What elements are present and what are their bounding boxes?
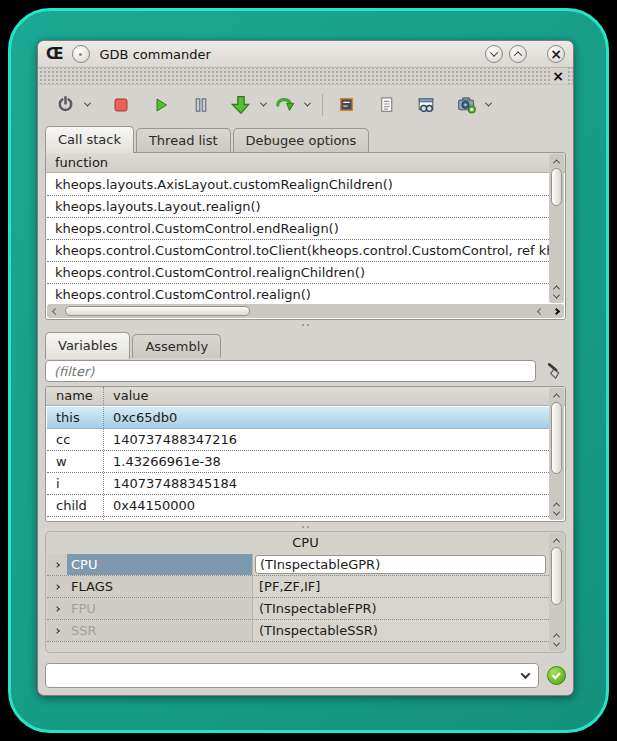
variable-row[interactable]: b 1.43266961e-38 (47, 517, 549, 521)
tab[interactable]: Assembly (132, 334, 221, 358)
window-title: GDB commander (98, 47, 477, 62)
variable-row[interactable]: cc 140737488347216 (47, 429, 549, 451)
register-value[interactable]: [PF,ZF,IF] (253, 576, 549, 597)
tab[interactable]: Debugee options (233, 128, 370, 152)
expander-icon[interactable] (47, 576, 67, 597)
tab-label: Debugee options (246, 133, 357, 148)
callstack-vertical-scrollbar[interactable] (549, 154, 564, 303)
expander-icon[interactable] (47, 620, 67, 641)
register-value[interactable]: (TInspectableFPR) (253, 598, 549, 619)
scroll-up-icon[interactable] (549, 533, 564, 547)
scroll-right-icon[interactable] (548, 309, 564, 314)
chevron-up-icon (514, 51, 522, 59)
scroll-left-icon[interactable] (532, 309, 548, 314)
variable-row[interactable]: child 0x44150000 (47, 495, 549, 517)
step-into-button[interactable] (228, 91, 254, 119)
scrollbar-thumb[interactable] (551, 168, 562, 206)
tab[interactable]: Thread list (136, 128, 231, 152)
pause-button[interactable] (188, 91, 214, 119)
source-list-button[interactable] (373, 91, 399, 119)
callstack-frame-row[interactable]: kheops.layouts.AxisLayout.customRealignC… (47, 174, 549, 196)
accept-button[interactable] (547, 666, 566, 685)
callstack-horizontal-scrollbar[interactable] (47, 304, 564, 318)
tab[interactable]: Call stack (45, 126, 134, 153)
watches-button[interactable] (413, 91, 439, 119)
callstack-column-header[interactable]: function (46, 153, 565, 173)
callstack-frame-row[interactable]: kheops.control.CustomControl.realignChil… (47, 262, 549, 284)
splitter-handle[interactable] (38, 522, 573, 531)
expander-icon[interactable] (47, 598, 67, 619)
expander-icon[interactable] (47, 554, 67, 575)
inspect-dropdown[interactable] (481, 91, 495, 119)
callstack-frame-row[interactable]: kheops.control.CustomControl.endRealign(… (47, 218, 549, 240)
tab-label: Call stack (58, 132, 121, 147)
callstack-panel: function kheops.layouts.AxisLayout.custo… (45, 152, 566, 320)
variable-value: 140737488345184 (104, 473, 549, 494)
scroll-down-icon[interactable] (554, 292, 559, 300)
clear-filter-button[interactable] (542, 359, 566, 383)
step-into-dropdown[interactable] (256, 91, 270, 119)
scrollbar-thumb[interactable] (551, 547, 562, 605)
inspect-button[interactable] (453, 91, 479, 119)
scroll-down-icon[interactable] (554, 640, 559, 648)
callstack-frame-row[interactable]: kheops.layouts.Layout.realign() (47, 196, 549, 218)
register-value[interactable]: (TInspectableGPR) (253, 554, 549, 575)
stop-icon (113, 97, 129, 113)
power-icon (57, 96, 74, 113)
command-input[interactable] (46, 664, 512, 687)
scrollbar-thumb[interactable] (65, 306, 250, 316)
chevron-down-icon (259, 100, 266, 107)
power-dropdown[interactable] (80, 91, 94, 119)
cpu-vertical-scrollbar[interactable] (549, 533, 564, 651)
combo-dropdown[interactable] (512, 664, 538, 687)
column-header-name[interactable]: name (46, 387, 104, 405)
scroll-up-icon[interactable] (549, 154, 564, 168)
register-name: FPU (67, 598, 253, 619)
screenshot-stage: Œ GDB commander × × (0, 0, 617, 741)
command-combobox[interactable] (45, 663, 539, 688)
variable-row[interactable]: w 1.43266961e-38 (47, 451, 549, 473)
scroll-left-icon[interactable] (47, 309, 63, 314)
register-value[interactable]: (TInspectableSSR) (253, 620, 549, 641)
scroll-up-icon[interactable] (549, 388, 564, 402)
variable-row[interactable]: this 0xc65db0 (47, 407, 549, 429)
splitter-handle[interactable] (38, 320, 573, 329)
rolldown-button[interactable] (485, 45, 503, 63)
dock-close-icon[interactable]: × (550, 68, 566, 84)
callstack-frame-row[interactable]: kheops.control.CustomControl.toClient(kh… (47, 240, 549, 262)
close-button[interactable]: × (547, 45, 565, 63)
step-over-button[interactable] (272, 91, 298, 119)
variable-name: b (47, 517, 104, 521)
run-button[interactable] (148, 91, 174, 119)
variable-value: 1.43266961e-38 (104, 517, 549, 521)
scrollbar-thumb[interactable] (551, 402, 562, 474)
scroll-up-icon[interactable] (554, 631, 559, 639)
rollup-button[interactable] (509, 45, 527, 63)
titlebar: Œ GDB commander × (38, 41, 573, 68)
scroll-down-icon[interactable] (554, 509, 559, 517)
disassembly-button[interactable] (333, 91, 359, 119)
variables-vertical-scrollbar[interactable] (549, 388, 564, 520)
stop-button[interactable] (108, 91, 134, 119)
menu-dot-icon (79, 53, 82, 56)
cpu-register-row[interactable]: CPU (TInspectableGPR) (47, 554, 549, 576)
column-header-value[interactable]: value (104, 387, 565, 405)
cpu-register-tree: CPU (TInspectableGPR) FLAGS [PF,ZF,IF] F… (47, 554, 549, 652)
power-button[interactable] (52, 91, 78, 119)
window-menu-button[interactable] (72, 45, 90, 63)
tab[interactable]: Variables (45, 332, 130, 359)
variable-name: this (47, 407, 104, 428)
variable-name: cc (47, 429, 104, 450)
cpu-register-row[interactable]: FPU (TInspectableFPR) (47, 598, 549, 620)
cpu-register-row[interactable]: FLAGS [PF,ZF,IF] (47, 576, 549, 598)
cpu-register-row[interactable]: SSR (TInspectableSSR) (47, 620, 549, 642)
variable-row[interactable]: i 140737488345184 (47, 473, 549, 495)
cpu-group-title: CPU (46, 532, 565, 553)
step-over-dropdown[interactable] (300, 91, 314, 119)
chevron-down-icon (83, 100, 90, 107)
filter-input[interactable] (45, 360, 536, 382)
scroll-up-icon[interactable] (554, 283, 559, 291)
scroll-up-icon[interactable] (554, 500, 559, 508)
dock-titlebar[interactable]: × (38, 68, 573, 85)
callstack-frame-row[interactable]: kheops.control.CustomControl.realign() (47, 284, 549, 303)
